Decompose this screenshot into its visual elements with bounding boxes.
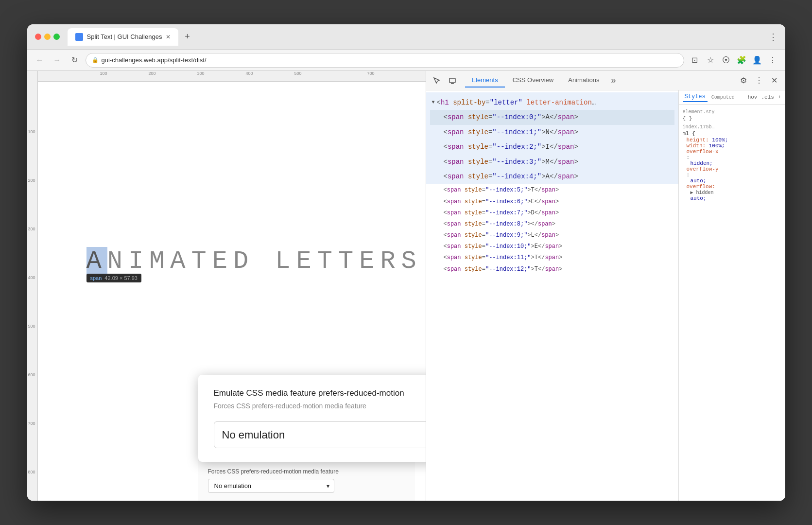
styles-cls-button[interactable]: .cls	[761, 94, 774, 100]
bookmark-button[interactable]: ☆	[704, 53, 717, 67]
tooltip-dims: 42.09 × 57.93	[104, 275, 138, 281]
minimize-button[interactable]	[44, 34, 51, 40]
traffic-lights	[35, 34, 60, 40]
active-tab[interactable]: Split Text | GUI Challenges ✕	[68, 28, 179, 46]
ruler-mark-100: 100	[100, 71, 107, 76]
ruler-mark-v-200: 200	[28, 178, 35, 183]
code-line-span-12[interactable]: <span style="--index:12;" >T</span>	[430, 264, 674, 275]
styles-hov-button[interactable]: hov	[748, 94, 758, 100]
address-bar[interactable]: 🔒 gui-challenges.web.app/split-text/dist…	[86, 53, 684, 68]
browser-menu-button[interactable]: ⋮	[769, 32, 777, 42]
styles-source-index: index.175b…	[683, 124, 781, 130]
code-line-span-3[interactable]: <span style="--index:3;" >M</span>	[430, 155, 674, 169]
ruler-top: 100 200 300 400 500 700	[27, 71, 426, 82]
emulation-dialog-subtitle: Forces CSS prefers-reduced-motion media …	[214, 402, 426, 410]
chrome-icon[interactable]: ⦿	[719, 53, 733, 67]
profile-button[interactable]: 👤	[750, 53, 764, 67]
devtools-close-button[interactable]: ✕	[768, 74, 781, 88]
svg-rect-0	[449, 78, 455, 83]
code-line-span-6[interactable]: <span style="--index:6;" >E</span>	[430, 196, 674, 208]
devtools-settings-button[interactable]: ⚙	[737, 74, 750, 88]
emulation-dialog-title: Emulate CSS media feature prefers-reduce…	[214, 388, 426, 398]
tab-close-button[interactable]: ✕	[166, 34, 171, 40]
styles-add-button[interactable]: +	[778, 94, 781, 100]
code-line-span-1[interactable]: <span style="--index:1;" >N</span>	[430, 125, 674, 140]
devtools-body: ▼ <h1 split-by="letter" letter-animation…	[426, 90, 785, 501]
code-line-span-4[interactable]: <span style="--index:4;" >A</span>	[430, 169, 674, 184]
styles-prop-height: height: 100%;	[687, 137, 781, 143]
address-text: gui-challenges.web.app/split-text/dist/	[102, 56, 207, 64]
element-tooltip: span 42.09 × 57.93	[86, 274, 141, 282]
emulation-select[interactable]: No emulation prefers-reduced-motion: red…	[214, 421, 426, 448]
ruler-mark-v-800: 800	[28, 470, 35, 474]
styles-prop-width: width: 100%;	[687, 143, 781, 149]
styles-val-hidden: hidden;	[687, 160, 781, 166]
code-line-span-8[interactable]: <span style="--index:8;" > </span>	[430, 219, 674, 230]
tab-title: Split Text | GUI Challenges	[87, 33, 162, 40]
code-line-span-2[interactable]: <span style="--index:2;" >I</span>	[430, 140, 674, 154]
forward-button[interactable]: →	[51, 53, 64, 67]
devtools-tab-css-overview[interactable]: CSS Overview	[506, 73, 561, 88]
ruler-left: 100 200 300 400 500 600 700 800	[27, 71, 38, 501]
styles-tab-styles[interactable]: Styles	[683, 92, 708, 102]
code-line-span-9[interactable]: <span style="--index:9;" >L</span>	[430, 230, 674, 241]
nav-actions: ⊡ ☆ ⦿ 🧩 👤 ⋮	[688, 53, 779, 67]
styles-body: element.sty { } index.175b… ml { height:	[679, 105, 785, 501]
reload-button[interactable]: ↻	[68, 53, 82, 67]
devtools-device-button[interactable]	[446, 74, 459, 88]
maximize-button[interactable]	[53, 34, 60, 40]
devtools-header: Elements CSS Overview Animations » ⚙ ⋮ ✕	[426, 71, 785, 90]
styles-val-overflow-x: :	[687, 155, 781, 160]
cast-button[interactable]: ⊡	[688, 53, 702, 67]
code-line-span-0[interactable]: <span style="--index:0;" >A</span>	[430, 110, 674, 124]
code-line-span-5[interactable]: <span style="--index:5;" >T</span>	[430, 185, 674, 196]
back-button[interactable]: ←	[33, 53, 47, 67]
elements-panel: ▼ <h1 split-by="letter" letter-animation…	[426, 90, 678, 501]
devtools-inspect-button[interactable]	[430, 74, 444, 88]
styles-props: height: 100%; width: 100%; overflow-x	[683, 137, 781, 201]
menu-button[interactable]: ⋮	[766, 53, 779, 67]
styles-val-auto: auto;	[687, 178, 781, 184]
emulation-small-label: Forces CSS prefers-reduced-motion media …	[208, 468, 405, 475]
code-line-span-7[interactable]: <span style="--index:7;" >D</span>	[430, 208, 674, 219]
lock-icon: 🔒	[92, 57, 99, 63]
title-bar: Split Text | GUI Challenges ✕ + ⋮	[27, 24, 785, 50]
devtools-more-options-button[interactable]: ⋮	[752, 74, 766, 88]
ruler-mark-v-100: 100	[28, 129, 35, 134]
new-tab-button[interactable]: +	[180, 30, 194, 44]
code-line-h1[interactable]: ▼ <h1 split-by="letter" letter-animation…	[430, 95, 674, 110]
small-code-block: <span style="--index:5;" >T</span> <span…	[426, 184, 678, 276]
page-inner: ANIMATED LETTERS span 42.09 × 57.93 Forc…	[38, 82, 426, 501]
extensions-button[interactable]: 🧩	[735, 53, 748, 67]
styles-val-overflow-y: :	[687, 172, 781, 178]
devtools-tab-animations[interactable]: Animations	[561, 73, 606, 88]
animated-letters-text: ANIMATED LETTERS	[86, 247, 422, 276]
triangle-icon: ▼	[432, 99, 435, 106]
devtools-tab-elements[interactable]: Elements	[465, 73, 505, 88]
styles-rule-ml: ml {	[683, 131, 781, 137]
ruler-mark-300: 300	[197, 71, 205, 76]
page-content: 100 200 300 400 500 700 100 200 300 400 …	[27, 71, 426, 501]
close-button[interactable]	[35, 34, 41, 40]
devtools-more-tabs-button[interactable]: »	[607, 75, 620, 86]
emulation-dialog: Emulate CSS media feature prefers-reduce…	[198, 375, 426, 462]
elements-code: ▼ <h1 split-by="letter" letter-animation…	[426, 90, 678, 501]
ruler-mark-400: 400	[246, 71, 253, 76]
nav-bar: ← → ↻ 🔒 gui-challenges.web.app/split-tex…	[27, 50, 785, 71]
styles-header: Styles Computed hov .cls +	[679, 90, 785, 105]
styles-prop-overflow-y: overflow-y	[687, 166, 781, 172]
styles-prop-overflow-x: overflow-x	[687, 149, 781, 155]
ruler-mark-700: 700	[367, 71, 375, 76]
styles-val-overflow-hidden-auto: ▶ hidden	[687, 190, 781, 195]
code-line-span-10[interactable]: <span style="--index:10;" >E</span>	[430, 241, 674, 252]
devtools-tabs: Elements CSS Overview Animations »	[461, 73, 735, 88]
devtools-settings: ⚙ ⋮ ✕	[737, 74, 781, 88]
tab-bar: Split Text | GUI Challenges ✕ +	[68, 28, 765, 46]
styles-element-style-label: element.sty	[683, 109, 781, 115]
emulation-small-select[interactable]: No emulation prefers-reduced-motion: red…	[208, 479, 334, 493]
styles-tab-computed[interactable]: Computed	[711, 95, 735, 100]
styles-rule-element: { }	[683, 116, 781, 122]
code-line-span-11[interactable]: <span style="--index:11;" >T</span>	[430, 252, 674, 263]
browser-window: Split Text | GUI Challenges ✕ + ⋮ ← → ↻ …	[27, 24, 785, 501]
styles-panel: Styles Computed hov .cls + element.sty {…	[678, 90, 785, 501]
